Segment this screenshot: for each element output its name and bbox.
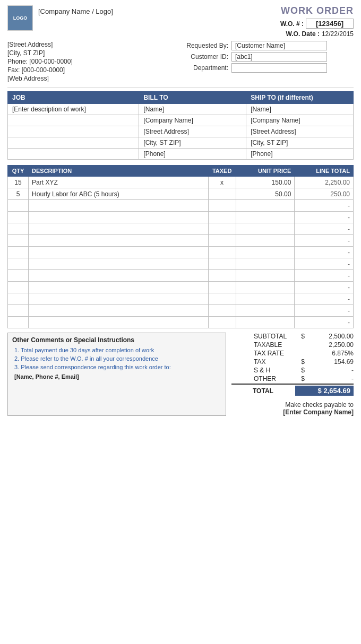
street-address: [Street Address] [7, 41, 173, 48]
item-unit-price [236, 258, 295, 270]
subtotal-row: SUBTOTAL $ 2,500.00 [231, 333, 354, 340]
right-header: WORK ORDER W.O. # : [123456] W.O. Date :… [280, 5, 354, 38]
item-line-total: - [295, 317, 354, 328]
item-qty [8, 258, 29, 270]
item-qty [8, 235, 29, 247]
address-left: [Street Address] [City, ST ZIP] Phone: [… [7, 41, 173, 83]
job-row-4: [City, ST ZIP] [City, ST ZIP] [8, 137, 354, 149]
item-taxed [208, 247, 236, 258]
item-taxed [208, 223, 236, 235]
subtotal-label: SUBTOTAL [254, 333, 296, 340]
wo-number-row: W.O. # : [123456] [280, 19, 354, 29]
job-row-5: [Phone] [Phone] [8, 149, 354, 160]
job-row-3: [Street Address] [Street Address] [8, 126, 354, 137]
table-row: 15 Part XYZ x 150.00 2,250.00 [8, 177, 354, 188]
item-taxed: x [208, 177, 236, 188]
sh-label: S & H [254, 367, 296, 374]
header-section: LOGO [Company Name / Logo] WORK ORDER W.… [7, 5, 354, 38]
sh-value: - [306, 367, 354, 374]
ship-to-company: [Company Name] [246, 115, 354, 126]
department-value [231, 63, 327, 73]
taxable-value: 2,250.00 [306, 341, 354, 349]
taxable-label: TAXABLE [254, 341, 296, 349]
comment-3: 3. Please send correspondence regarding … [12, 364, 221, 370]
job-empty-3 [8, 137, 139, 149]
col-qty-header: QTY [8, 166, 29, 177]
totals-section: SUBTOTAL $ 2,500.00 TAXABLE 2,250.00 TAX… [231, 333, 354, 416]
item-qty [8, 247, 29, 258]
job-row-1: [Enter description of work] [Name] [Name… [8, 104, 354, 115]
comment-2: 2. Please refer to the W.O. # in all you… [12, 355, 221, 362]
comment-1: 1. Total payment due 30 days after compl… [12, 347, 221, 353]
item-desc [29, 212, 209, 223]
customer-id-value: [abc1] [231, 52, 327, 62]
item-taxed [208, 317, 236, 328]
ship-to-city: [City, ST ZIP] [246, 137, 354, 149]
item-line-total: - [295, 200, 354, 212]
wo-date-value: 12/22/2015 [322, 30, 354, 38]
item-qty [8, 223, 29, 235]
divider-1 [7, 88, 354, 88]
logo-box: LOGO [7, 5, 33, 31]
subtotal-currency: $ [296, 333, 306, 340]
item-unit-price [236, 282, 295, 293]
requested-by-value: [Customer Name] [231, 41, 327, 50]
item-qty [8, 200, 29, 212]
item-line-total: 2,250.00 [295, 177, 354, 188]
city-st-zip: [City, ST ZIP] [7, 49, 173, 57]
item-line-total: - [295, 258, 354, 270]
item-qty: 5 [8, 188, 29, 200]
table-row: - [8, 305, 354, 317]
web: [Web Address] [7, 75, 173, 82]
table-row: - [8, 247, 354, 258]
bill-to-name: [Name] [139, 104, 246, 115]
item-desc [29, 235, 209, 247]
item-unit-price: 150.00 [236, 177, 295, 188]
ship-to-phone: [Phone] [246, 149, 354, 160]
item-taxed [208, 258, 236, 270]
comments-box: Other Comments or Special Instructions 1… [7, 333, 226, 416]
item-qty [8, 270, 29, 282]
table-row: - [8, 293, 354, 305]
table-row: - [8, 235, 354, 247]
other-value: - [306, 375, 354, 382]
item-taxed [208, 188, 236, 200]
item-unit-price [236, 270, 295, 282]
item-unit-price [236, 293, 295, 305]
total-label: TOTAL [253, 387, 295, 395]
phone: Phone: [000-000-0000] [7, 58, 173, 65]
job-header: JOB [8, 92, 139, 104]
ship-to-name: [Name] [246, 104, 354, 115]
comments-contact-name: [Name, Phone #, Email] [14, 373, 79, 380]
item-desc [29, 247, 209, 258]
requested-by-label: Requested By: [173, 42, 231, 49]
item-taxed [208, 235, 236, 247]
item-desc [29, 258, 209, 270]
line-items-table: QTY DESCRIPTION TAXED UNIT PRICE LINE TO… [7, 165, 354, 328]
item-desc [29, 293, 209, 305]
col-desc-header: DESCRIPTION [29, 166, 209, 177]
item-desc: Hourly Labor for ABC (5 hours) [29, 188, 209, 200]
tax-row: TAX $ 154.69 [231, 358, 354, 365]
wo-date-label: W.O. Date : [286, 30, 320, 38]
bottom-section: Other Comments or Special Instructions 1… [7, 333, 354, 416]
logo-text: LOGO [13, 15, 28, 21]
tax-value: 154.69 [306, 358, 354, 365]
customer-id-label: Customer ID: [173, 53, 231, 60]
department-row: Department: [173, 63, 354, 73]
item-qty [8, 212, 29, 223]
table-row: - [8, 258, 354, 270]
item-line-total: - [295, 223, 354, 235]
item-desc [29, 282, 209, 293]
tax-label: TAX [254, 358, 296, 365]
col-total-header: LINE TOTAL [295, 166, 354, 177]
item-desc [29, 270, 209, 282]
item-qty [8, 293, 29, 305]
bill-to-street: [Street Address] [139, 126, 246, 137]
tax-rate-value: 6.875% [306, 350, 354, 357]
sh-currency: $ [296, 367, 306, 374]
total-row: TOTAL $ 2,654.69 [231, 384, 354, 396]
other-label: OTHER [254, 375, 296, 382]
bill-to-company: [Company Name] [139, 115, 246, 126]
job-empty-1 [8, 115, 139, 126]
